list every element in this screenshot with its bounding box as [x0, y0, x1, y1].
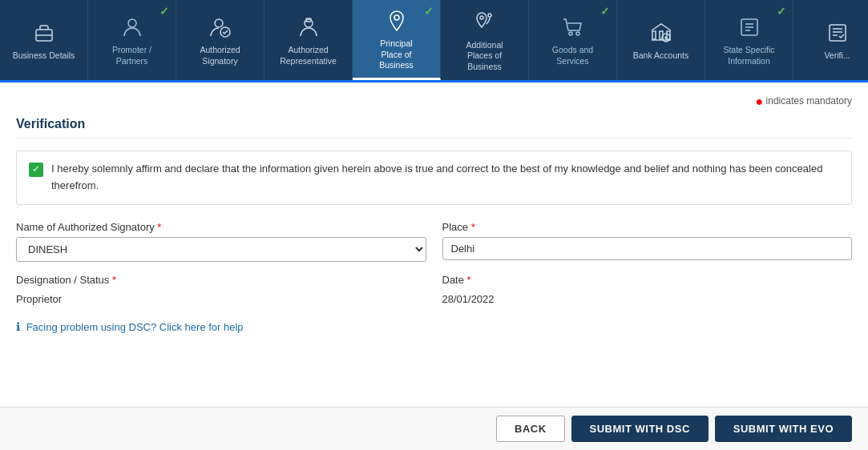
svg-point-10 [569, 32, 572, 35]
checkmark-state: ✓ [777, 4, 786, 18]
checkmark-principal: ✓ [424, 4, 434, 18]
designation-label: Designation / Status * [16, 274, 426, 286]
signatory-required: * [157, 221, 161, 233]
tab-authorized-representative-label: AuthorizedRepresentative [280, 45, 337, 66]
tab-state-specific[interactable]: ✓ State SpecificInformation [705, 0, 793, 80]
svg-point-7 [394, 15, 399, 20]
designation-value: Proprietor [16, 290, 426, 308]
person-check-icon [206, 13, 235, 42]
form-group-signatory: Name of Authorized Signatory * DINESH [16, 221, 426, 262]
declaration-box: ✓ I hereby solemnly affirm and declare t… [16, 151, 852, 205]
form-row-designation-date: Designation / Status * Proprietor Date *… [16, 274, 852, 308]
back-button[interactable]: BACK [496, 416, 565, 435]
svg-point-8 [480, 16, 483, 19]
tab-verification-label: Verifi... [824, 50, 850, 62]
tab-goods-services[interactable]: ✓ Goods andServices [529, 0, 617, 80]
svg-rect-12 [652, 31, 656, 39]
form-group-date: Date * 28/01/2022 [442, 274, 853, 308]
svg-point-2 [128, 19, 136, 27]
info-icon: ℹ [16, 320, 20, 333]
red-dot: ● [756, 94, 764, 108]
tab-state-specific-label: State SpecificInformation [723, 45, 774, 66]
submit-dsc-button[interactable]: SUBMIT WITH DSC [571, 416, 709, 435]
svg-point-3 [215, 19, 223, 27]
place-input[interactable] [442, 237, 853, 260]
date-value: 28/01/2022 [442, 290, 853, 308]
tab-bank-accounts-label: Bank Accounts [633, 50, 688, 62]
svg-rect-23 [830, 25, 846, 41]
tab-business-details[interactable]: Business Details [0, 0, 88, 80]
svg-point-11 [576, 32, 579, 35]
cart-icon [559, 13, 587, 42]
section-title: Verification [16, 117, 852, 139]
person-icon [118, 13, 147, 42]
bank-icon [647, 18, 676, 47]
place-label: Place * [442, 221, 853, 233]
form-group-designation: Designation / Status * Proprietor [16, 274, 426, 308]
tab-additional-places[interactable]: AdditionalPlaces ofBusiness [441, 0, 529, 80]
form-row-signatory-place: Name of Authorized Signatory * DINESH Pl… [16, 221, 852, 262]
tab-verification[interactable]: Verifi... [793, 0, 868, 80]
list-icon [735, 13, 764, 42]
tab-bank-accounts[interactable]: Bank Accounts [617, 0, 705, 80]
checkmark-goods: ✓ [600, 4, 610, 18]
svg-point-9 [488, 14, 491, 17]
form-group-place: Place * [442, 221, 853, 262]
mandatory-note: ● indicates mandatory [16, 94, 852, 109]
tab-principal-place-label: PrincipalPlace ofBusiness [379, 38, 414, 71]
date-label: Date * [442, 274, 853, 286]
designation-required: * [112, 274, 116, 286]
mandatory-note-text: indicates mandatory [766, 95, 852, 106]
footer-bar: BACK SUBMIT WITH DSC SUBMIT WITH EVO [0, 407, 868, 435]
verify-icon [823, 18, 852, 47]
location-multi-icon [470, 8, 499, 37]
location-icon [382, 6, 411, 35]
briefcase-icon [30, 18, 59, 47]
help-section: ℹ Facing problem using DSC? Click here f… [16, 320, 852, 333]
place-required: * [471, 221, 475, 233]
tab-business-details-label: Business Details [13, 50, 75, 62]
declaration-text: I hereby solemnly affirm and declare tha… [51, 161, 839, 195]
signatory-label: Name of Authorized Signatory * [16, 221, 426, 233]
submit-evo-button[interactable]: SUBMIT WITH EVO [715, 416, 852, 435]
person-badge-icon [294, 13, 323, 42]
tab-principal-place[interactable]: ✓ PrincipalPlace ofBusiness [353, 0, 441, 80]
tab-authorized-representative[interactable]: AuthorizedRepresentative [264, 0, 353, 80]
tab-authorized-signatory[interactable]: Authorized Signatory [176, 0, 264, 80]
signatory-select[interactable]: DINESH [16, 237, 426, 262]
tab-goods-services-label: Goods andServices [552, 45, 593, 66]
tab-authorized-signatory-label: Authorized Signatory [184, 45, 256, 66]
checkmark-promoter: ✓ [159, 4, 169, 18]
tab-promoter-partners-label: Promoter /Partners [112, 45, 151, 66]
nav-tabs: Business Details ✓ Promoter /Partners Au… [0, 0, 868, 82]
declaration-checkbox[interactable]: ✓ [29, 163, 43, 177]
main-content: ● indicates mandatory Verification ✓ I h… [0, 82, 868, 435]
tab-promoter-partners[interactable]: ✓ Promoter /Partners [88, 0, 176, 80]
tab-additional-places-label: AdditionalPlaces ofBusiness [466, 40, 503, 73]
date-required: * [467, 274, 471, 286]
dsc-help-link[interactable]: Facing problem using DSC? Click here for… [26, 321, 244, 333]
